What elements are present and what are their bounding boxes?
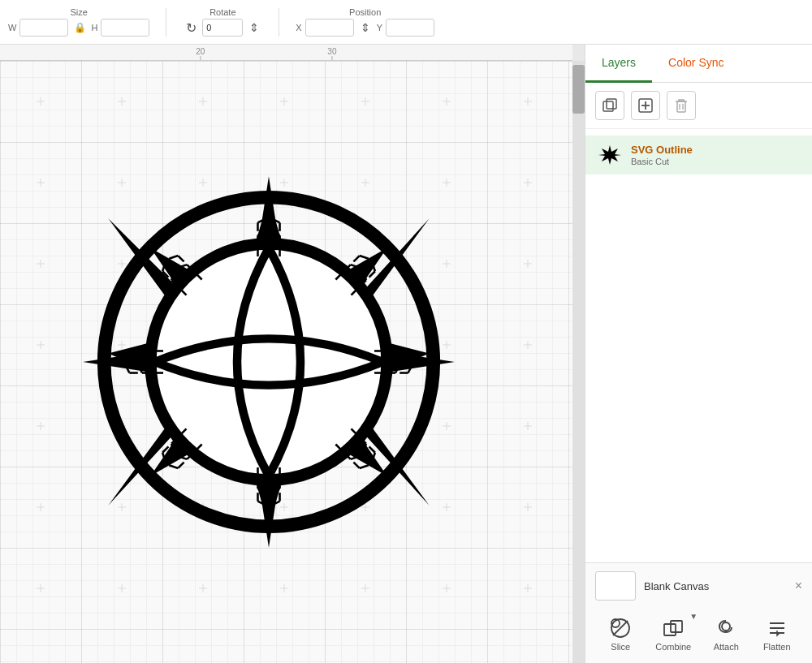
close-canvas-button[interactable]: × [795,579,802,593]
combine-dropdown-icon: ▼ [689,612,698,621]
ruler-mark-20: 20 [196,47,205,60]
height-label: H [91,23,97,32]
layer-thumbnail [597,142,623,168]
canvas-grid [0,61,572,663]
ruler-mark-30: 30 [327,47,336,60]
slice-label: Slice [611,642,630,652]
add-layer-button[interactable] [631,91,660,120]
slice-button[interactable]: Slice [598,613,643,655]
layer-info: SVG Outline Basic Cut [631,144,801,166]
combine-label: Combine [655,642,691,652]
combine-svg [663,618,684,639]
slice-svg [610,618,631,639]
position-label: Position [349,7,381,17]
flatten-button[interactable]: Flatten [754,613,799,655]
svg-rect-112 [677,101,685,112]
svg-line-60 [354,256,360,261]
svg-rect-119 [664,624,676,635]
flatten-svg [767,618,788,639]
size-group: Size W 🔒 H [8,7,149,37]
y-input[interactable] [386,19,434,37]
tab-color-sync[interactable]: Color Sync [652,45,740,83]
layer-type: Basic Cut [631,157,801,166]
size-label: Size [70,7,87,17]
attach-icon [715,617,737,639]
flatten-label: Flatten [763,642,791,652]
bottom-panel: Blank Canvas × Slice [585,562,812,663]
attach-svg [715,618,736,639]
y-label: Y [377,23,382,32]
bottom-actions: Slice Combine ▼ [595,609,802,655]
position-group: Position X ⇕ Y [296,7,434,37]
attach-label: Attach [714,642,739,652]
tabs: Layers Color Sync [585,45,812,83]
blank-canvas-row: Blank Canvas × [595,571,802,601]
svg-marker-115 [598,145,621,165]
main-area: 20 30 [0,45,812,663]
ruler-top-content: 20 30 [0,45,572,60]
rotate-input[interactable] [202,19,243,37]
x-input[interactable] [305,19,354,37]
rotate-group: Rotate ↻ ⇕ [183,7,262,37]
scrollbar-right[interactable] [572,61,585,663]
lock-icon: 🔒 [71,19,88,36]
divider-1 [166,8,166,37]
canvas-label: Blank Canvas [644,580,709,592]
delete-layer-button[interactable] [667,91,696,120]
width-label: W [8,23,16,32]
tab-layers[interactable]: Layers [585,45,652,83]
layer-item[interactable]: SVG Outline Basic Cut [585,136,812,174]
canvas-area[interactable]: 20 30 [0,45,585,663]
layer-thumb-svg [598,144,621,166]
delete-icon [674,98,689,113]
layer-name: SVG Outline [631,144,801,156]
x-label: X [296,23,301,32]
attach-button[interactable]: Attach [704,613,749,655]
svg-rect-107 [603,101,613,111]
svg-rect-108 [607,99,616,109]
size-inputs: W 🔒 H [8,19,149,37]
position-inputs: X ⇕ Y [296,19,434,37]
ruler-top: 20 30 [0,45,572,61]
svg-point-10 [151,243,387,480]
svg-rect-120 [671,621,682,632]
rotate-adjust-icon: ⇕ [246,19,262,36]
svg-point-121 [722,622,730,631]
toolbar: Size W 🔒 H Rotate ↻ ⇕ Position X ⇕ Y [0,0,812,45]
right-panel: Layers Color Sync [585,45,812,663]
svg-line-96 [179,463,184,468]
layers-list: SVG Outline Basic Cut [585,129,812,562]
width-input[interactable] [19,19,68,37]
duplicate-icon [603,98,617,113]
svg-line-118 [613,621,628,635]
scrollbar-thumb[interactable] [572,65,585,114]
svg-line-90 [354,463,360,468]
layer-actions [585,83,812,129]
canvas-thumb [595,571,636,601]
divider-2 [279,8,279,37]
height-input[interactable] [101,19,149,37]
combine-icon [662,617,685,639]
rotate-label: Rotate [209,7,235,17]
duplicate-layer-button[interactable] [595,91,624,120]
position-adjust-icon: ⇕ [357,19,374,36]
rotate-icon: ↻ [183,19,199,36]
svg-line-78 [179,256,184,261]
flatten-icon [766,617,788,639]
add-icon [638,98,653,113]
slice-icon [609,617,632,639]
design-svg [58,151,480,573]
combine-button[interactable]: Combine ▼ [649,613,698,655]
rotate-inputs: ↻ ⇕ [183,19,262,37]
